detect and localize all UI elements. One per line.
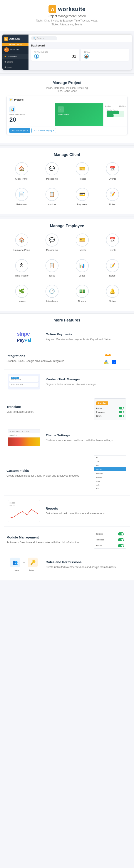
add-category-button[interactable]: Add Project Category + bbox=[31, 128, 56, 133]
tickets-label: Tickets bbox=[78, 178, 86, 180]
topbar: 🔍 Search... bbox=[28, 34, 132, 42]
lang-estonian: Estonian bbox=[96, 411, 105, 413]
add-project-button[interactable]: Add New Project + bbox=[9, 128, 30, 133]
kanban-text: Kanban Task Manager Organize tasks in ka… bbox=[46, 377, 128, 386]
custom-fields-title: Custom Fields bbox=[6, 469, 88, 472]
events-item[interactable]: 📅 Events bbox=[97, 158, 128, 184]
feature-kanban: In prog... and it'll teach... elena bren… bbox=[4, 370, 130, 394]
module-timelogs: Timelogs bbox=[94, 537, 126, 543]
google-drive-icon bbox=[103, 359, 109, 365]
translate-text: Translate Multi-language Support bbox=[6, 405, 88, 414]
cf-textarea-row: textarea bbox=[94, 475, 126, 479]
cal-day1: 24. Sun bbox=[105, 105, 111, 107]
roles-text: Roles and Permissions Create unlimited r… bbox=[46, 560, 128, 569]
translate-greek: Greek bbox=[96, 414, 124, 418]
emp-events-item[interactable]: 📅 Events bbox=[97, 229, 128, 255]
estimates-item[interactable]: 📄 Estimates bbox=[6, 184, 37, 210]
notice-item[interactable]: 🔔 Notice bbox=[97, 281, 128, 307]
employee-panel-item[interactable]: 🏠 Employee Panel bbox=[6, 229, 37, 255]
attendance-item[interactable]: 🕐 Attendance bbox=[37, 281, 67, 307]
client-panel-item[interactable]: 🏠 Client Panel bbox=[6, 158, 37, 184]
total-projects-label: TOTAL PROJECTS bbox=[9, 114, 52, 116]
roles-mini: 👥 → 🔑 Users Roles bbox=[9, 558, 39, 572]
reports-title: Reports bbox=[46, 506, 128, 510]
logo-name: worksuite bbox=[58, 6, 85, 12]
theme-value: #e05d5d bbox=[8, 433, 40, 437]
total-projects-value: 20 bbox=[9, 116, 52, 123]
leaves-item[interactable]: 🌿 Leaves bbox=[6, 281, 37, 307]
app-header: w worksuite Project Management System Ta… bbox=[0, 0, 134, 31]
time-tracker-icon: ⏱ bbox=[15, 259, 28, 272]
roles-desc: Create unlimited roles/permissions and a… bbox=[46, 565, 128, 569]
manage-employee-section: Manage Employee 🏠 Employee Panel 💬 Messa… bbox=[0, 219, 134, 311]
payments-title: Online Payments bbox=[46, 332, 128, 336]
manage-employee-title: Manage Employee bbox=[4, 224, 130, 228]
messaging-label: Messaging bbox=[46, 178, 58, 180]
sidebar-item-clients[interactable]: Clients bbox=[2, 59, 28, 64]
cf-date-option: date bbox=[96, 488, 99, 490]
sidebar-item-dashboard[interactable]: Dashboard bbox=[2, 54, 28, 59]
kanban-card-1: In prog... and it'll teach... bbox=[9, 376, 38, 382]
cf-text-option: text bbox=[96, 464, 99, 466]
tasks-label: Tasks bbox=[49, 274, 55, 277]
attendance-icon: 🕐 bbox=[46, 285, 58, 298]
attendance-label: Attendance bbox=[46, 300, 58, 303]
toggle-greek bbox=[119, 415, 124, 417]
users-role-label: Users bbox=[14, 569, 19, 572]
emp-events-icon: 📅 bbox=[106, 234, 119, 247]
notes-client-item[interactable]: 📝 Notes bbox=[97, 184, 128, 210]
messaging-item[interactable]: 💬 Messaging bbox=[37, 158, 67, 184]
module-events: Events bbox=[94, 543, 126, 549]
paypal-pay-text: Pay bbox=[17, 338, 25, 343]
emp-messaging-item[interactable]: 💬 Messaging bbox=[37, 229, 67, 255]
modules-desc: Activate or Deactivate all the modules w… bbox=[6, 540, 88, 544]
stat-2-row: 💼 bbox=[84, 54, 126, 59]
module-invoices-label: Invoices bbox=[96, 533, 103, 535]
roles-role-label: Roles bbox=[29, 569, 34, 572]
tickets-item[interactable]: 🎫 Tickets bbox=[67, 158, 97, 184]
gantt-fill-1 bbox=[107, 111, 119, 114]
payments-item[interactable]: 💳 Payments bbox=[67, 184, 97, 210]
kanban-card-text: and it'll teach... bbox=[11, 379, 23, 381]
theme-label: HEADER COLOR (PRIM... bbox=[8, 429, 40, 433]
tasks-item[interactable]: 📋 Tasks bbox=[37, 255, 67, 281]
time-tracker-item[interactable]: ⏱ Time Tracker bbox=[6, 255, 37, 281]
project-stats-and-calendar: 📊 TOTAL PROJECTS 20 ✓ COMPLETED 24. Sun … bbox=[7, 103, 127, 126]
svg-text:D: D bbox=[113, 361, 114, 364]
manage-client-title: Manage Client bbox=[4, 153, 130, 157]
leads-item[interactable]: 📊 Leads bbox=[67, 255, 97, 281]
roles-icon-box: 🔑 bbox=[28, 558, 37, 567]
reports-mini: 30,000 40,000 bbox=[8, 500, 40, 522]
notes-emp-item[interactable]: 📝 Notes bbox=[97, 255, 128, 281]
cf-text-row: text bbox=[94, 463, 126, 467]
manage-project-subtitle: Tasks, Members, Invoices, Time Log,Files… bbox=[4, 87, 130, 93]
client-icon-grid: 🏠 Client Panel 💬 Messaging 🎫 Tickets 📅 E… bbox=[4, 158, 130, 210]
messaging-icon: 💬 bbox=[46, 162, 58, 175]
theme-mini: HEADER COLOR (PRIM... #e05d5d bbox=[8, 429, 40, 446]
employee-panel-icon: 🏠 bbox=[15, 234, 28, 247]
app-features-line1: Tasks, Chat, Invoice & Expense, Time Tra… bbox=[4, 19, 130, 23]
sidebar-item-leads[interactable]: Leads bbox=[2, 64, 28, 70]
menu-leads-label: Leads bbox=[7, 66, 12, 68]
kanban-title: Kanban Task Manager bbox=[46, 377, 128, 381]
emp-tickets-icon: 🎫 bbox=[76, 234, 89, 247]
search-bar[interactable]: 🔍 Search... bbox=[31, 36, 57, 40]
feature-reports: 30,000 40,000 Reports Get advanced task,… bbox=[4, 496, 130, 527]
menu-dot bbox=[5, 56, 6, 57]
toggle-arabic bbox=[119, 407, 124, 409]
lang-arabic: Arabic bbox=[96, 407, 102, 409]
total-projects-icon: 📊 bbox=[9, 106, 16, 113]
finance-item[interactable]: 💵 Finance bbox=[67, 281, 97, 307]
dashboard-main: 🔍 Search... Dashboard TOTAL CLIENTS 👤 31… bbox=[28, 34, 132, 70]
employee-panel-label: Employee Panel bbox=[13, 249, 30, 251]
modules-title: Module Management bbox=[6, 535, 88, 539]
invoices-item[interactable]: 📋 Invoices bbox=[37, 184, 67, 210]
payments-icon: 💳 bbox=[76, 188, 89, 201]
emp-tickets-item[interactable]: 🎫 Tickets bbox=[67, 229, 97, 255]
user-name: Enalo Kihn bbox=[10, 49, 20, 51]
events-label: Events bbox=[109, 178, 116, 180]
completed-icon: ✓ bbox=[58, 106, 64, 113]
kanban-badge: In prog... bbox=[11, 377, 19, 379]
gantt-label-1: Website Comp... bbox=[107, 109, 124, 111]
theme-title: Theme Settings bbox=[46, 433, 128, 437]
